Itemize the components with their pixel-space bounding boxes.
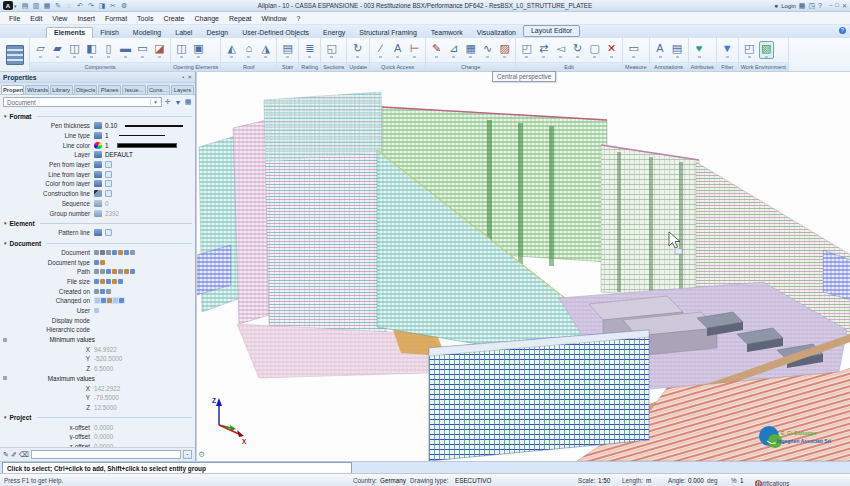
section-header-document[interactable]: ▼Document [2, 238, 193, 248]
property-value-blocks[interactable] [94, 269, 135, 274]
panel-tab-planes[interactable]: Planes [98, 85, 121, 94]
move-icon[interactable]: ⇄ [536, 42, 551, 58]
menu-item-tools[interactable]: Tools [132, 12, 158, 24]
help-icon[interactable]: ? [818, 2, 822, 9]
column-icon[interactable]: ▯ [101, 42, 116, 58]
tab-label[interactable]: Label [168, 28, 199, 38]
dimension-line-icon[interactable]: ⊢ [407, 42, 422, 58]
property-value-blocks[interactable] [94, 250, 135, 255]
shop-icon[interactable]: ◳ [808, 2, 815, 10]
menu-item-view[interactable]: View [47, 12, 72, 24]
app-menu-button[interactable]: A [3, 1, 13, 10]
login-person-icon[interactable]: ● [774, 2, 778, 9]
menu-item-[interactable]: ? [291, 12, 305, 24]
property-value[interactable]: 1 [105, 142, 109, 149]
checkbox[interactable] [105, 171, 112, 178]
open-file-icon[interactable]: ▥ [32, 2, 41, 10]
pin-icon[interactable]: ▪ [182, 74, 184, 80]
property-value[interactable]: 142.2922 [94, 385, 120, 392]
document-selector[interactable]: Document▼ [3, 97, 162, 107]
property-value[interactable]: 0.0000 [94, 424, 113, 431]
property-options-button[interactable]: ▪ [183, 450, 192, 459]
panel-tab-library[interactable]: Library [50, 85, 73, 94]
spline-icon[interactable]: ∿ [480, 42, 495, 58]
resize-icon[interactable]: ▢ [587, 42, 602, 58]
menu-item-change[interactable]: Change [189, 12, 224, 24]
copy-icon[interactable]: ◰ [519, 42, 534, 58]
app-menu-caret-icon[interactable]: ▾ [14, 3, 17, 9]
checkbox[interactable] [105, 190, 112, 197]
ribbon-help-icon[interactable]: ? [839, 27, 846, 34]
stylus-icon[interactable]: ✐ [11, 451, 17, 459]
property-value[interactable]: 1 [105, 132, 109, 139]
railing-icon[interactable]: ≣ [302, 42, 317, 58]
text-icon[interactable]: A [390, 42, 405, 58]
save-icon[interactable]: ▦ [43, 2, 52, 10]
window-controls[interactable]: –□✕ [829, 2, 847, 9]
roof-covering-icon[interactable]: ⌂ [241, 42, 256, 58]
menu-item-insert[interactable]: Insert [72, 12, 100, 24]
property-value[interactable]: 0 [105, 200, 109, 207]
edit-pen-icon[interactable]: ✎ [429, 42, 444, 58]
redo-icon[interactable]: ↷ [87, 2, 96, 10]
tab-layout-editor[interactable]: Layout Editor [523, 25, 580, 37]
door-icon[interactable]: ◫ [67, 42, 82, 58]
allplan-connect-icon[interactable]: ▦ [799, 2, 806, 10]
ribbon-appnav[interactable] [0, 38, 30, 71]
property-value[interactable]: 12.5000 [94, 404, 117, 411]
hatch-icon[interactable]: ▨ [497, 42, 512, 58]
login-label[interactable]: Login [781, 3, 796, 9]
tab-finish[interactable]: Finish [93, 28, 126, 38]
message-icon[interactable]: ◌ [65, 2, 74, 10]
settings-icon[interactable]: ⚙ [120, 2, 129, 10]
open-project-icon[interactable]: ▤ [21, 2, 30, 10]
menu-item-create[interactable]: Create [158, 12, 189, 24]
property-search-input[interactable] [31, 450, 181, 459]
tab-user-defined-objects[interactable]: User-Defined Objects [235, 28, 316, 38]
checkbox[interactable] [105, 180, 112, 187]
property-value[interactable]: -79.5000 [94, 394, 119, 401]
panel-tab-propert[interactable]: Propert... [1, 85, 24, 94]
property-value-blocks[interactable] [94, 260, 105, 265]
panel-tab-objects[interactable]: Objects [74, 85, 97, 94]
wall-icon[interactable]: ▱ [33, 42, 48, 58]
checkbox[interactable] [105, 229, 112, 236]
update-3d-icon[interactable]: ↻ [350, 42, 365, 58]
property-value[interactable]: 0.0000 [94, 433, 113, 440]
profile-wall-icon[interactable]: ▰ [50, 42, 65, 58]
smart-part-icon[interactable]: ◪ [152, 42, 167, 58]
angle-value[interactable]: 0.000 [688, 477, 704, 484]
property-value-blocks[interactable] [94, 297, 125, 304]
section-header-project[interactable]: ▼Project [2, 412, 193, 422]
door-opening-icon[interactable]: ◫ [174, 42, 189, 58]
color-swatch[interactable] [117, 143, 177, 148]
building-navigator-icon[interactable] [6, 45, 24, 65]
attributes-icon[interactable]: ♥ [692, 42, 707, 58]
property-value-blocks[interactable] [94, 308, 99, 313]
plot-layout-icon[interactable]: ◰ [742, 42, 757, 58]
tab-modeling[interactable]: Modeling [126, 28, 168, 38]
model-viewport[interactable]: Z X E. Gi Giuseppe Ingegneri Associati S… [196, 72, 850, 461]
mirror-icon[interactable]: ◅ [553, 42, 568, 58]
percent-value[interactable]: 1 [740, 477, 744, 484]
panel-tab-issue[interactable]: Issue... [122, 85, 145, 94]
tab-design[interactable]: Design [199, 28, 235, 38]
tab-visualization[interactable]: Visualization [470, 28, 523, 38]
menu-item-format[interactable]: Format [100, 12, 132, 24]
clipboard-icon[interactable]: ◨ [98, 2, 107, 10]
list-view-icon[interactable]: ▦ [184, 98, 192, 106]
property-value[interactable]: 2392 [105, 210, 119, 217]
property-value[interactable]: 94.9922 [94, 346, 117, 353]
cut-icon[interactable]: ✂ [109, 2, 118, 10]
rotate-icon[interactable]: ↻ [570, 42, 585, 58]
roof-plane-icon[interactable]: ◭ [224, 42, 239, 58]
property-value[interactable]: 0.10 [105, 122, 117, 129]
slab-icon[interactable]: ▭ [135, 42, 150, 58]
country-value[interactable]: Germany [380, 477, 406, 484]
scale-value[interactable]: 1:50 [598, 477, 610, 484]
property-value[interactable]: 6.5000 [94, 365, 113, 372]
edit-pen-icon[interactable]: ✎ [3, 451, 9, 459]
edit-points-icon[interactable]: ⊿ [446, 42, 461, 58]
line-icon[interactable]: ∕ [373, 42, 388, 58]
stair-icon[interactable]: ▤ [280, 42, 295, 58]
